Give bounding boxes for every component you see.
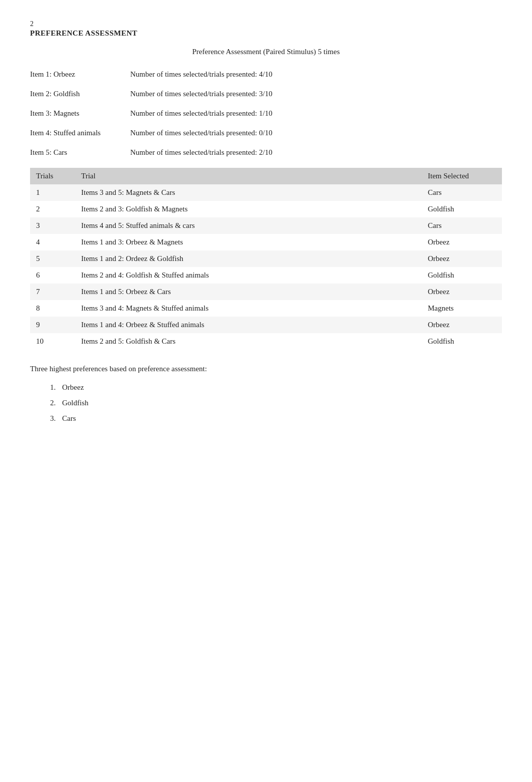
item-label: Item 2: Goldfish bbox=[30, 90, 130, 98]
cell-item-selected: Orbeez bbox=[422, 250, 502, 267]
item-row: Item 5: Cars Number of times selected/tr… bbox=[30, 148, 502, 157]
table-row: 2 Items 2 and 3: Goldfish & Magnets Gold… bbox=[30, 201, 502, 217]
cell-item-selected: Goldfish bbox=[422, 267, 502, 284]
cell-trial-num: 2 bbox=[30, 201, 75, 217]
item-row: Item 2: Goldfish Number of times selecte… bbox=[30, 90, 502, 98]
cell-trial-num: 6 bbox=[30, 267, 75, 284]
ranked-item: 2.Goldfish bbox=[50, 399, 502, 407]
rank-num: 2. bbox=[50, 399, 62, 407]
cell-item-selected: Magnets bbox=[422, 300, 502, 317]
cell-trial-desc: Items 1 and 2: Ordeez & Goldfish bbox=[75, 250, 422, 267]
cell-trial-num: 8 bbox=[30, 300, 75, 317]
rank-name: Cars bbox=[62, 414, 76, 422]
cell-item-selected: Goldfish bbox=[422, 201, 502, 217]
cell-trial-num: 9 bbox=[30, 317, 75, 333]
cell-trial-num: 1 bbox=[30, 184, 75, 201]
cell-trial-desc: Items 1 and 5: Orbeez & Cars bbox=[75, 284, 422, 300]
col-header-selected: Item Selected bbox=[422, 168, 502, 184]
col-header-trials: Trials bbox=[30, 168, 75, 184]
item-row: Item 1: Orbeez Number of times selected/… bbox=[30, 70, 502, 79]
table-header-row: Trials Trial Item Selected bbox=[30, 168, 502, 184]
cell-item-selected: Orbeez bbox=[422, 234, 502, 250]
item-desc: Number of times selected/trials presente… bbox=[130, 129, 273, 137]
item-desc: Number of times selected/trials presente… bbox=[130, 90, 273, 98]
cell-trial-desc: Items 2 and 3: Goldfish & Magnets bbox=[75, 201, 422, 217]
table-row: 8 Items 3 and 4: Magnets & Stuffed anima… bbox=[30, 300, 502, 317]
items-list: Item 1: Orbeez Number of times selected/… bbox=[30, 70, 502, 157]
item-label: Item 4: Stuffed animals bbox=[30, 129, 130, 137]
item-label: Item 3: Magnets bbox=[30, 109, 130, 118]
cell-trial-desc: Items 3 and 4: Magnets & Stuffed animals bbox=[75, 300, 422, 317]
item-label: Item 5: Cars bbox=[30, 148, 130, 157]
cell-trial-desc: Items 1 and 3: Orbeez & Magnets bbox=[75, 234, 422, 250]
page-title: PREFERENCE ASSESSMENT bbox=[30, 29, 502, 38]
cell-trial-desc: Items 2 and 5: Goldfish & Cars bbox=[75, 333, 422, 350]
rank-name: Goldfish bbox=[62, 399, 89, 407]
table-row: 6 Items 2 and 4: Goldfish & Stuffed anim… bbox=[30, 267, 502, 284]
cell-trial-desc: Items 1 and 4: Orbeez & Stuffed animals bbox=[75, 317, 422, 333]
cell-trial-num: 3 bbox=[30, 217, 75, 234]
item-row: Item 3: Magnets Number of times selected… bbox=[30, 109, 502, 118]
table-row: 5 Items 1 and 2: Ordeez & Goldfish Orbee… bbox=[30, 250, 502, 267]
ranked-item: 1.Orbeez bbox=[50, 383, 502, 392]
item-row: Item 4: Stuffed animals Number of times … bbox=[30, 129, 502, 137]
trials-table: Trials Trial Item Selected 1 Items 3 and… bbox=[30, 168, 502, 350]
col-header-trial: Trial bbox=[75, 168, 422, 184]
table-row: 3 Items 4 and 5: Stuffed animals & cars … bbox=[30, 217, 502, 234]
cell-item-selected: Cars bbox=[422, 217, 502, 234]
cell-item-selected: Orbeez bbox=[422, 317, 502, 333]
ranked-list: 1.Orbeez2.Goldfish3.Cars bbox=[30, 383, 502, 423]
table-row: 4 Items 1 and 3: Orbeez & Magnets Orbeez bbox=[30, 234, 502, 250]
cell-trial-desc: Items 2 and 4: Goldfish & Stuffed animal… bbox=[75, 267, 422, 284]
cell-item-selected: Orbeez bbox=[422, 284, 502, 300]
cell-trial-num: 10 bbox=[30, 333, 75, 350]
cell-trial-num: 5 bbox=[30, 250, 75, 267]
table-row: 10 Items 2 and 5: Goldfish & Cars Goldfi… bbox=[30, 333, 502, 350]
summary-intro: Three highest preferences based on prefe… bbox=[30, 365, 502, 373]
table-row: 1 Items 3 and 5: Magnets & Cars Cars bbox=[30, 184, 502, 201]
item-desc: Number of times selected/trials presente… bbox=[130, 109, 273, 118]
subtitle: Preference Assessment (Paired Stimulus) … bbox=[30, 48, 502, 56]
cell-trial-desc: Items 3 and 5: Magnets & Cars bbox=[75, 184, 422, 201]
cell-trial-num: 7 bbox=[30, 284, 75, 300]
cell-item-selected: Goldfish bbox=[422, 333, 502, 350]
table-row: 7 Items 1 and 5: Orbeez & Cars Orbeez bbox=[30, 284, 502, 300]
item-desc: Number of times selected/trials presente… bbox=[130, 148, 273, 157]
item-label: Item 1: Orbeez bbox=[30, 70, 130, 79]
cell-trial-desc: Items 4 and 5: Stuffed animals & cars bbox=[75, 217, 422, 234]
ranked-item: 3.Cars bbox=[50, 414, 502, 423]
rank-name: Orbeez bbox=[62, 383, 84, 391]
page-number: 2 bbox=[30, 20, 502, 28]
cell-item-selected: Cars bbox=[422, 184, 502, 201]
rank-num: 1. bbox=[50, 383, 62, 392]
table-row: 9 Items 1 and 4: Orbeez & Stuffed animal… bbox=[30, 317, 502, 333]
rank-num: 3. bbox=[50, 414, 62, 423]
item-desc: Number of times selected/trials presente… bbox=[130, 70, 273, 79]
cell-trial-num: 4 bbox=[30, 234, 75, 250]
